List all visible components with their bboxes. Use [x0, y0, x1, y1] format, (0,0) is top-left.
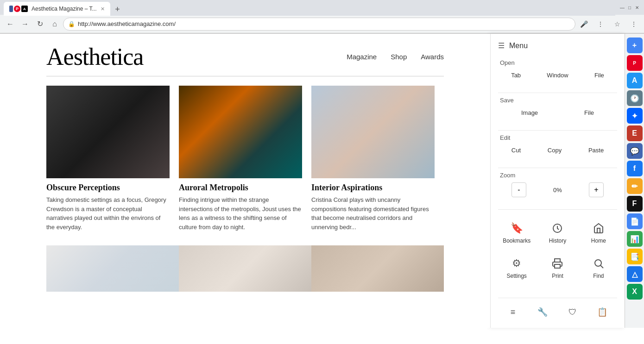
bottom-images-grid — [0, 245, 490, 292]
ext-drive-btn[interactable]: △ — [627, 266, 643, 282]
nav-magazine[interactable]: Magazine — [347, 53, 377, 61]
ext-excel-btn[interactable]: X — [627, 284, 643, 300]
bookmarks-icon: 🔖 — [510, 222, 523, 235]
url-text: http://www.aestheticamagazine.com/ — [78, 20, 176, 27]
bottom-menu-icon[interactable]: ≡ — [505, 304, 521, 320]
history-icon — [551, 222, 564, 235]
address-bar: ← → ↻ ⌂ 🔒 http://www.aestheticamagazine.… — [0, 15, 644, 33]
ext-docs-btn[interactable]: 📄 — [627, 213, 643, 229]
settings-icon: ⚙ — [510, 257, 523, 270]
address-icons: 🎤 ⋮ ☆ ⋮ — [577, 18, 640, 31]
bookmark-star-icon[interactable]: ☆ — [611, 18, 624, 31]
svg-point-2 — [595, 260, 601, 266]
ext-slides-btn[interactable]: 📑 — [627, 249, 643, 264]
minimize-button[interactable]: — — [619, 4, 625, 11]
extensions-icon[interactable]: ⋮ — [627, 18, 640, 31]
article-image-3 — [311, 86, 435, 178]
article-desc-3: Cristina Coral plays with uncanny compos… — [311, 195, 435, 231]
menu-title: Menu — [509, 42, 528, 50]
tab-bar: P A Aesthetica Magazine – T... ✕ + — [4, 0, 615, 16]
ext-messenger-btn[interactable]: 💬 — [627, 143, 643, 159]
zoom-plus-button[interactable]: + — [589, 182, 604, 197]
tab-favicon: P A — [9, 6, 28, 12]
bottom-tools-icon[interactable]: 🔧 — [534, 304, 551, 320]
open-file[interactable]: File — [591, 70, 608, 81]
site-nav: Magazine Shop Awards — [347, 53, 444, 61]
divider-2 — [498, 130, 617, 131]
back-button[interactable]: ← — [4, 18, 17, 31]
menu-bottom-bar: ≡ 🔧 🛡 📋 — [498, 298, 617, 320]
website-content: Aesthetica Magazine Shop Awards Obscure … — [0, 34, 490, 328]
refresh-button[interactable]: ↻ — [33, 18, 46, 31]
article-title-2: Auroral Metropolis — [179, 183, 302, 193]
open-tab[interactable]: Tab — [507, 70, 524, 81]
divider-4 — [498, 209, 617, 210]
print-icon — [551, 257, 564, 270]
article-title-3: Interior Aspirations — [311, 183, 435, 193]
ext-clock-btn[interactable]: 🕐 — [627, 90, 643, 106]
ext-dropbox-btn[interactable]: ✦ — [627, 108, 643, 124]
history-label: History — [549, 238, 566, 244]
active-tab[interactable]: P A Aesthetica Magazine – T... ✕ — [4, 2, 110, 16]
menu-dots-icon[interactable]: ⋮ — [594, 18, 607, 31]
copy-button[interactable]: Copy — [544, 145, 565, 156]
extensions-sidebar: + P A 🕐 ✦ E 💬 f ✏ F 📄 📊 📑 △ X — [625, 34, 644, 328]
url-bar[interactable]: 🔒 http://www.aestheticamagazine.com/ — [63, 18, 575, 31]
divider-1 — [498, 93, 617, 93]
article-desc-1: Taking domestic settings as a focus, Gre… — [46, 195, 170, 231]
ext-f-black-btn[interactable]: F — [627, 196, 643, 212]
close-button[interactable]: ✕ — [634, 4, 640, 11]
edit-row: Cut Copy Paste — [498, 145, 617, 156]
ext-sheets-btn[interactable]: 📊 — [627, 231, 643, 247]
ext-facebook-btn[interactable]: f — [627, 161, 643, 176]
find-item[interactable]: Find — [580, 252, 617, 284]
new-tab-button[interactable]: + — [111, 3, 124, 16]
svg-line-3 — [600, 266, 603, 269]
ext-easy-btn[interactable]: E — [627, 125, 643, 141]
bookmarks-label: Bookmarks — [503, 238, 530, 244]
save-image[interactable]: Image — [518, 107, 542, 118]
open-row: Tab Window File — [498, 70, 617, 81]
home-button[interactable]: ⌂ — [48, 18, 61, 31]
open-window[interactable]: Window — [543, 70, 572, 81]
save-label: Save — [498, 97, 617, 104]
bottom-clipboard-icon[interactable]: 📋 — [594, 304, 611, 320]
edit-label: Edit — [498, 134, 617, 141]
ext-pinterest-btn[interactable]: P — [627, 55, 643, 71]
ext-plus-btn[interactable]: + — [627, 38, 643, 53]
bottom-shield-icon[interactable]: 🛡 — [564, 304, 581, 320]
save-file[interactable]: File — [581, 107, 598, 118]
article-card-3: Interior Aspirations Cristina Coral play… — [311, 86, 444, 241]
bottom-image-1 — [46, 245, 179, 292]
find-icon — [592, 257, 605, 270]
article-card-2: Auroral Metropolis Finding intrigue with… — [179, 86, 311, 241]
cut-button[interactable]: Cut — [508, 145, 524, 156]
nav-awards[interactable]: Awards — [421, 53, 444, 61]
settings-item[interactable]: ⚙ Settings — [498, 252, 535, 284]
print-item[interactable]: Print — [539, 252, 576, 284]
article-image-1 — [46, 86, 170, 178]
zoom-minus-button[interactable]: - — [511, 182, 526, 197]
ext-yellow-btn[interactable]: ✏ — [627, 178, 643, 194]
article-image-2 — [179, 86, 302, 178]
microphone-icon[interactable]: 🎤 — [577, 18, 590, 31]
find-label: Find — [593, 273, 604, 279]
svg-rect-1 — [555, 264, 560, 268]
bookmarks-item[interactable]: 🔖 Bookmarks — [498, 217, 535, 249]
menu-header: ☰ Menu — [498, 41, 617, 50]
menu-panel: ☰ Menu Open Tab Window File Save Image F… — [490, 34, 625, 328]
pinterest-favicon: P — [14, 6, 20, 12]
paste-button[interactable]: Paste — [585, 145, 607, 156]
ext-blue-a-btn[interactable]: A — [627, 73, 643, 88]
content-area: Aesthetica Magazine Shop Awards Obscure … — [0, 34, 644, 328]
zoom-value: 0% — [553, 187, 562, 194]
maximize-button[interactable]: □ — [626, 4, 633, 11]
home-item[interactable]: Home — [580, 217, 617, 249]
menu-hamburger-icon: ☰ — [498, 41, 505, 50]
history-item[interactable]: History — [539, 217, 576, 249]
article-desc-2: Finding intrigue within the strange inte… — [179, 195, 302, 231]
forward-button[interactable]: → — [19, 18, 32, 31]
settings-label: Settings — [506, 273, 526, 279]
nav-shop[interactable]: Shop — [391, 53, 407, 61]
tab-close-btn[interactable]: ✕ — [101, 6, 105, 12]
